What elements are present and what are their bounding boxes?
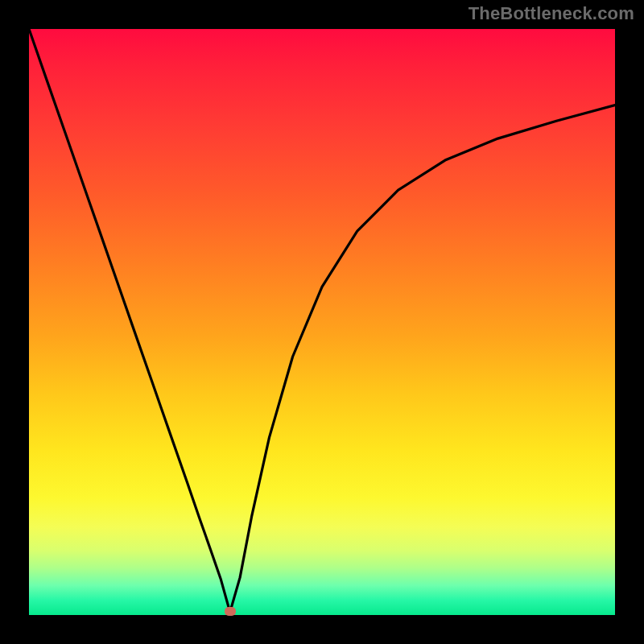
chart-frame: TheBottleneck.com: [0, 0, 644, 644]
watermark-label: TheBottleneck.com: [469, 3, 634, 24]
plot-area: [29, 29, 615, 615]
bottleneck-curve: [29, 29, 615, 615]
optimal-point-marker: [225, 607, 236, 616]
